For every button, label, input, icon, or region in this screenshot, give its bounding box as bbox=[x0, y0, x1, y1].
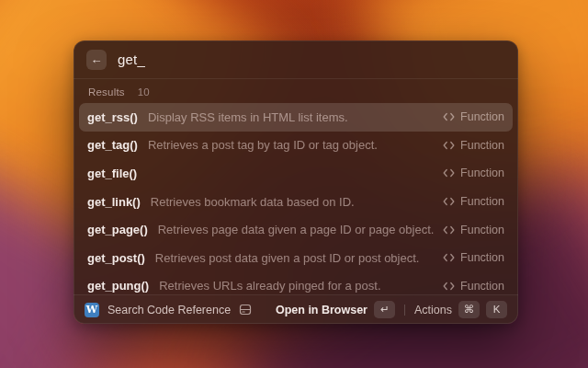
results-count: 10 bbox=[138, 86, 150, 98]
results-list: get_rss() Display RSS items in HTML list… bbox=[74, 103, 518, 300]
function-name: get_page() bbox=[87, 223, 148, 236]
search-header: ← get_ bbox=[74, 40, 518, 79]
result-type-badge: Function bbox=[443, 167, 504, 179]
function-description: Retrieves URLs already pinged for a post… bbox=[159, 279, 443, 293]
result-row[interactable]: get_page() Retrieves page data given a p… bbox=[79, 215, 513, 244]
command-keycap: ⌘ bbox=[458, 301, 480, 318]
enter-keycap: ↵ bbox=[374, 301, 395, 318]
result-row[interactable]: get_file() Function bbox=[79, 159, 513, 188]
code-brackets-icon bbox=[443, 197, 455, 206]
result-type-badge: Function bbox=[443, 139, 504, 152]
result-row[interactable]: get_link() Retrieves bookmark data based… bbox=[79, 188, 513, 216]
back-button[interactable]: ← bbox=[86, 50, 107, 70]
drive-icon bbox=[239, 304, 252, 316]
actions-button[interactable]: Actions bbox=[414, 304, 452, 316]
result-type-badge: Function bbox=[443, 251, 504, 264]
code-brackets-icon bbox=[443, 141, 455, 150]
code-brackets-icon bbox=[443, 225, 455, 235]
back-arrow-icon: ← bbox=[91, 53, 103, 65]
function-description: Retrieves page data given a page ID or p… bbox=[158, 223, 443, 236]
wordpress-logo-icon: W bbox=[85, 303, 99, 317]
result-type-badge: Function bbox=[443, 195, 504, 208]
code-brackets-icon bbox=[443, 112, 455, 121]
results-label: Results bbox=[88, 86, 125, 98]
footer-actions: Open in Browser ↵ Actions ⌘ K bbox=[276, 301, 507, 318]
type-label: Function bbox=[460, 110, 504, 123]
type-label: Function bbox=[460, 251, 504, 264]
type-label: Function bbox=[460, 139, 504, 152]
result-row[interactable]: get_rss() Display RSS items in HTML list… bbox=[79, 103, 513, 132]
result-row[interactable]: get_tag() Retrieves a post tag by tag ID… bbox=[79, 132, 513, 160]
function-description: Display RSS items in HTML list items. bbox=[148, 110, 443, 124]
type-label: Function bbox=[460, 167, 504, 179]
k-keycap: K bbox=[486, 301, 507, 318]
wordpress-letter: W bbox=[86, 305, 97, 315]
function-description: Retrieves a post tag by tag ID or tag ob… bbox=[148, 138, 443, 152]
code-brackets-icon bbox=[443, 282, 455, 291]
launcher-window: ← get_ Results 10 get_rss() Display RSS … bbox=[74, 40, 518, 324]
type-label: Function bbox=[460, 195, 504, 208]
function-description: Retrieves bookmark data based on ID. bbox=[151, 195, 443, 209]
search-input[interactable]: get_ bbox=[118, 52, 145, 67]
code-brackets-icon bbox=[443, 168, 455, 178]
function-name: get_pung() bbox=[87, 279, 149, 293]
footer-bar: W Search Code Reference Open in Browser … bbox=[74, 294, 518, 324]
open-in-browser-button[interactable]: Open in Browser bbox=[276, 304, 368, 316]
result-type-badge: Function bbox=[443, 110, 504, 123]
result-row[interactable]: get_post() Retrieves post data given a p… bbox=[79, 244, 513, 272]
footer-divider bbox=[404, 305, 405, 316]
function-description: Retrieves post data given a post ID or p… bbox=[155, 251, 443, 265]
result-type-badge: Function bbox=[443, 224, 504, 236]
type-label: Function bbox=[460, 224, 504, 236]
result-type-badge: Function bbox=[443, 280, 504, 293]
function-name: get_tag() bbox=[87, 138, 138, 152]
function-name: get_post() bbox=[87, 251, 145, 265]
type-label: Function bbox=[460, 280, 504, 293]
results-section: Results 10 get_rss() Display RSS items i… bbox=[74, 79, 518, 294]
function-name: get_file() bbox=[87, 167, 137, 180]
function-name: get_rss() bbox=[87, 110, 138, 124]
results-header: Results 10 bbox=[74, 79, 518, 103]
function-name: get_link() bbox=[87, 195, 141, 209]
extension-title: Search Code Reference bbox=[107, 304, 231, 316]
code-brackets-icon bbox=[443, 253, 455, 262]
